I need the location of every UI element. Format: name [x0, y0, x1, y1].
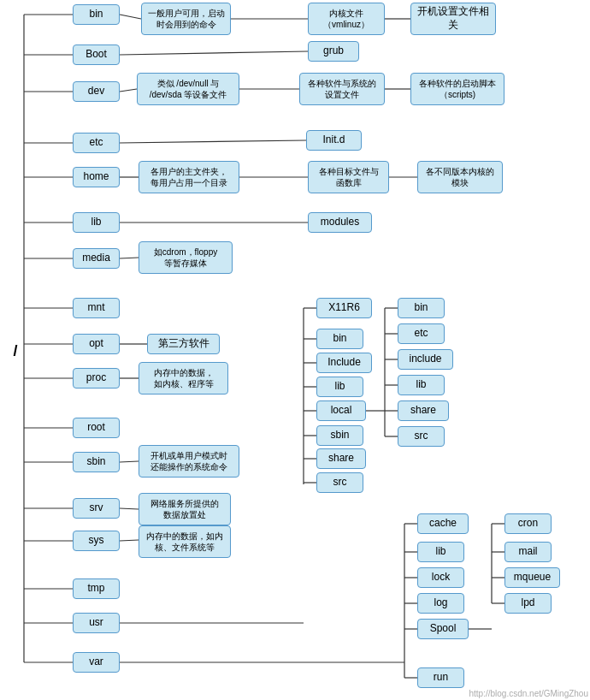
root_dir-node: root [73, 418, 120, 438]
dev_desc-node: 类似 /dev/null 与 /dev/sda 等设备文件 [137, 73, 239, 105]
svg-line-30 [120, 258, 139, 258]
usr_share-node: share [316, 448, 366, 469]
local_etc-node: etc [398, 323, 445, 344]
tmp-node: tmp [73, 578, 120, 599]
var_cache-node: cache [417, 513, 469, 534]
watermark: http://blog.csdn.net/GMingZhou [469, 689, 588, 698]
scripts-node: 各种软件的启动脚本 （scripts) [410, 73, 504, 105]
proc-node: proc [73, 368, 120, 389]
svg-line-18 [120, 15, 141, 19]
srv-node: srv [73, 498, 120, 519]
opt-node: opt [73, 334, 120, 354]
include-node: Include [316, 353, 372, 373]
sys-node: sys [73, 531, 120, 551]
usr-node: usr [73, 613, 120, 633]
boot_settings-node: 开机设置文件相关 [410, 3, 496, 35]
svg-line-21 [120, 51, 308, 55]
local_include-node: include [398, 349, 453, 370]
local_src-node: src [398, 426, 445, 447]
var_lock-node: lock [417, 567, 464, 588]
home-node: home [73, 167, 120, 187]
srv_desc-node: 网络服务所提供的 数据放置处 [139, 493, 231, 525]
bin-node: bin [73, 4, 120, 25]
sbin-node: sbin [73, 452, 120, 472]
var_log-node: log [417, 593, 464, 614]
var-node: var [73, 652, 120, 673]
svg-line-33 [120, 461, 139, 462]
initd-node: Init.d [306, 130, 362, 151]
grub-node: grub [308, 41, 359, 62]
usr_bin-node: bin [316, 329, 363, 349]
modules-node: modules [308, 212, 372, 233]
usr_src-node: src [316, 472, 363, 493]
var_lib-node: lib [417, 542, 464, 562]
local-node: local [316, 400, 366, 421]
spool_mail-node: mail [504, 542, 552, 562]
spool_mqueue-node: mqueue [504, 567, 560, 588]
obj_lib-node: 各种目标文件与 函数库 [308, 161, 389, 193]
dev-node: dev [73, 81, 120, 102]
media_desc-node: 如cdrom，floppy 等暂存媒体 [139, 241, 233, 274]
boot-node: Boot [73, 44, 120, 65]
lib-node: lib [73, 212, 120, 233]
var_run-node: run [417, 667, 464, 688]
spool_cron-node: cron [504, 513, 552, 534]
sbin_desc-node: 开机或单用户模式时 还能操作的系统命令 [139, 445, 239, 478]
svg-line-34 [120, 508, 139, 509]
root-node: / [7, 332, 24, 351]
usr_sbin-node: sbin [316, 425, 363, 446]
bin_desc-node: 一般用户可用，启动 时会用到的命令 [141, 3, 231, 35]
local_share-node: share [398, 400, 449, 421]
local_lib-node: lib [398, 375, 445, 395]
config_files-node: 各种软件与系统的 设置文件 [299, 73, 385, 105]
usr_lib-node: lib [316, 377, 363, 397]
opt_desc-node: 第三方软件 [147, 334, 220, 354]
local_bin-node: bin [398, 298, 445, 318]
etc-node: etc [73, 133, 120, 153]
media-node: media [73, 248, 120, 269]
mnt-node: mnt [73, 298, 120, 318]
home_desc-node: 各用户的主文件夹， 每用户占用一个目录 [139, 161, 239, 193]
diagram: / binBootdevetchomelibmediamntoptprocroo… [0, 0, 590, 700]
diff_kernel-node: 各不同版本内核的 模块 [417, 161, 503, 193]
var_spool-node: Spool [417, 619, 469, 639]
svg-line-25 [120, 140, 306, 143]
proc_desc-node: 内存中的数据， 如内核、程序等 [139, 362, 228, 394]
sys_desc-node: 内存中的数据，如内 核、文件系统等 [139, 525, 231, 558]
X11R6-node: X11R6 [316, 298, 372, 318]
svg-line-22 [120, 89, 137, 92]
kernel_file-node: 内核文件 （vmlinuz） [308, 3, 385, 35]
spool_lpd-node: lpd [504, 593, 552, 614]
svg-line-35 [120, 540, 139, 541]
